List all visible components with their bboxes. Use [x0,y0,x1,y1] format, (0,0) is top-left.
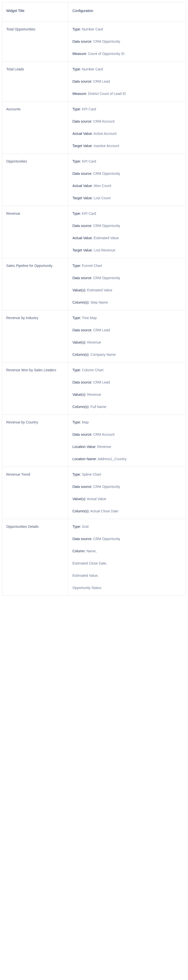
config-line: Data source: CRM Opportunity [72,484,182,489]
config-line: Type: KPI Card [72,159,182,164]
config-line: Target Value: Lost Count [72,196,182,201]
config-value: Company Name [90,353,116,356]
config-value: Estimated Value, [72,574,98,578]
config-label: Column: [72,549,85,553]
configuration-cell: Type: KPI CardData source: CRM Opportuni… [68,206,186,258]
config-line: Estimated Value, [72,573,182,578]
config-line: Actual Value: Won Count [72,183,182,189]
widget-config-table: Widget Title Configuration Total Opportu… [2,2,186,596]
config-label: Column(s): [72,509,89,513]
config-label: Actual Value: [72,132,93,135]
config-value: Funnel Chart [82,264,102,268]
widget-title-cell: Revenue [2,206,68,258]
config-value: Spline Chart [82,473,101,476]
config-line: Type: Number Card [72,27,182,32]
config-line: Data source: CRM Opportunity [72,536,182,542]
config-label: Data source: [72,172,92,175]
config-value: CRM Opportunity [93,172,120,175]
configuration-cell: Type: KPI CardData source: CRM Opportuni… [68,154,186,206]
table-row: Revenue by CountryType: MapData source: … [2,415,186,467]
config-label: Location Value: [72,445,96,449]
table-row: OpportunitiesType: KPI CardData source: … [2,154,186,206]
config-label: Data source: [72,80,92,83]
table-row: RevenueType: KPI CardData source: CRM Op… [2,206,186,258]
widget-title-cell: Revenue Trend [2,467,68,519]
config-label: Target Value: [72,144,93,148]
config-value: Inactive Account [94,144,119,148]
config-line: Value(s): Actual Value [72,496,182,502]
config-value: Opportunity Status [72,586,101,590]
config-value: CRM Lead [93,80,110,83]
config-value: Full Name [90,405,106,409]
config-value: District Count of Lead ID [88,92,126,95]
config-line: Measure: Count of Opportunity ID [72,51,182,56]
config-value: Address1_Country [98,457,127,461]
config-label: Location Name: [72,457,97,461]
config-line: Actual Value: Estimated Value [72,235,182,241]
table-row: Opportunities DetailsType: GridData sour… [2,519,186,596]
config-label: Type: [72,212,81,215]
header-configuration: Configuration [68,2,186,22]
config-line: Target Value: Lost Revenue [72,248,182,253]
config-label: Data source: [72,537,92,541]
config-line: Type: KPI Card [72,107,182,112]
config-value: KPI Card [82,107,96,111]
config-label: Value(s): [72,393,86,396]
config-label: Type: [72,107,81,111]
table-row: Total OpportunitiesType: Number CardData… [2,22,186,62]
configuration-cell: Type: MapData source: CRM AccountLocatio… [68,415,186,467]
config-line: Data source: CRM Lead [72,380,182,385]
configuration-cell: Type: Tree MapData source: CRM LeadValue… [68,310,186,363]
config-label: Value(s): [72,340,86,344]
config-line: Data source: CRM Lead [72,79,182,84]
table-row: Sales Pipeline for OpportunityType: Funn… [2,258,186,310]
config-line: Type: Tree Map [72,315,182,321]
config-line: Data source: CRM Account [72,119,182,124]
widget-title-cell: Total Opportunities [2,22,68,62]
config-label: Target Value: [72,196,93,200]
widget-title-cell: Revenue by Industry [2,310,68,363]
config-value: CRM Opportunity [93,276,120,280]
config-value: Grid [82,525,88,528]
config-value: CRM Account [93,119,115,123]
config-value: Revenue [97,445,111,449]
config-line: Data source: CRM Account [72,432,182,437]
config-label: Data source: [72,40,92,43]
config-line: Column(s): Company Name [72,352,182,357]
config-value: Estimated Value [87,288,112,292]
config-line: Type: Map [72,420,182,425]
config-value: CRM Account [93,433,115,436]
config-line: Estimated Close Date, [72,561,182,566]
config-label: Data source: [72,328,92,332]
config-line: Column(s): Actual Close Date [72,509,182,514]
config-label: Target Value: [72,248,93,252]
config-label: Column(s): [72,405,89,409]
config-label: Measure: [72,92,87,95]
config-line: Location Value: Revenue [72,444,182,449]
config-label: Measure: [72,52,87,56]
header-widget-title: Widget Title [2,2,68,22]
widget-title-cell: Sales Pipeline for Opportunity [2,258,68,310]
config-label: Type: [72,525,81,528]
config-line: Type: Number Card [72,67,182,72]
configuration-cell: Type: Spline ChartData source: CRM Oppor… [68,467,186,519]
configuration-cell: Type: GridData source: CRM OpportunityCo… [68,519,186,596]
config-line: Data source: CRM Opportunity [72,171,182,176]
config-value: CRM Opportunity [93,224,120,228]
table-row: AccountsType: KPI CardData source: CRM A… [2,102,186,154]
config-label: Actual Value: [72,184,93,188]
configuration-cell: Type: Number CardData source: CRM Opport… [68,22,186,62]
config-value: Lost Count [94,196,111,200]
config-line: Column(s): Full Name [72,404,182,409]
config-value: CRM Lead [93,380,110,384]
config-value: Lost Revenue [94,248,115,252]
config-value: Estimated Close Date, [72,561,107,565]
config-value: Tree Map [82,316,96,320]
config-line: Data source: CRM Opportunity [72,275,182,281]
config-value: CRM Opportunity [93,40,120,43]
table-row: Revenue Won by Sales LeadersType: Column… [2,363,186,415]
config-label: Column(s): [72,301,89,304]
config-line: Value(s): Revenue [72,392,182,397]
configuration-cell: Type: Column ChartData source: CRM LeadV… [68,363,186,415]
config-value: Won Count [94,184,111,188]
